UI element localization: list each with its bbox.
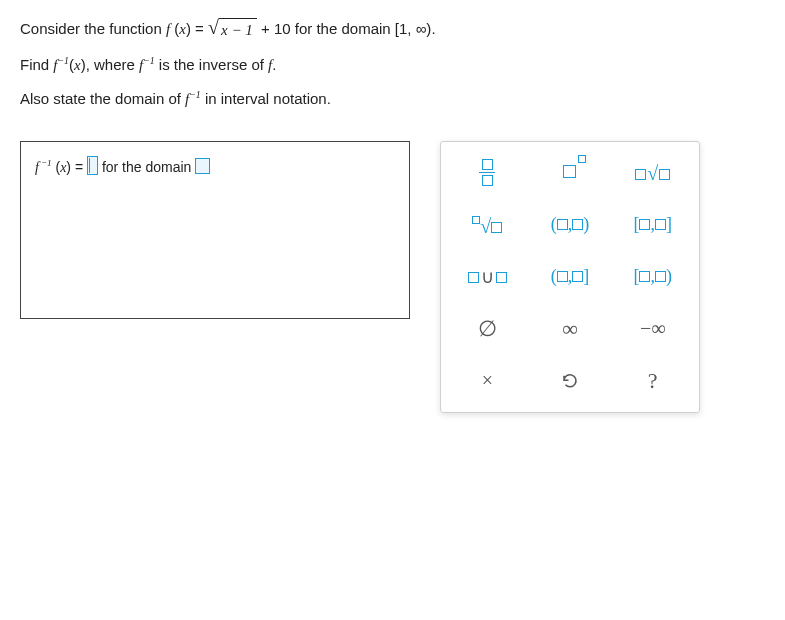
plus-const: + 10 [257, 20, 291, 37]
domain-interval: [1, ∞) [395, 20, 432, 37]
f-inv: f−1 [139, 57, 155, 73]
radicand: x − 1 [219, 18, 257, 42]
f-inv-label: f−1 [35, 160, 52, 175]
sqrt-icon: √ x − 1 [208, 18, 257, 42]
text: in interval notation. [205, 90, 331, 107]
open-open-interval-button[interactable]: (,) [532, 202, 609, 248]
problem-line-3: Also state the domain of f−1 in interval… [20, 88, 765, 111]
coef-sqrt-button[interactable]: √ [614, 150, 691, 196]
expression-input[interactable] [87, 156, 98, 175]
text: Find [20, 56, 53, 73]
nth-root-button[interactable]: √ [449, 202, 526, 248]
reset-button[interactable] [532, 358, 609, 404]
text: is the inverse of [159, 56, 268, 73]
f-inv: f−1 [53, 57, 69, 73]
problem-statement: Consider the function f (x) = √ x − 1 + … [20, 18, 765, 111]
text: Also state the domain of [20, 90, 185, 107]
answer-box[interactable]: f−1 (x) = for the domain [20, 141, 410, 319]
math-f: f [166, 21, 170, 37]
reset-icon [561, 372, 579, 390]
equals: = [195, 20, 208, 37]
infinity-button[interactable]: ∞ [532, 306, 609, 352]
help-button[interactable]: ? [614, 358, 691, 404]
equals: = [75, 159, 87, 175]
for-the-domain-label: for the domain [102, 159, 195, 175]
text: for the domain [295, 20, 395, 37]
closed-closed-interval-button[interactable]: [,] [614, 202, 691, 248]
domain-input[interactable] [195, 158, 210, 174]
union-button[interactable]: ∪ [449, 254, 526, 300]
clear-button[interactable]: × [449, 358, 526, 404]
text: , where [86, 56, 139, 73]
math-palette: √ √ (,) [,] ∪ [440, 141, 700, 413]
text: Consider the function [20, 20, 166, 37]
fraction-button[interactable] [449, 150, 526, 196]
work-area: f−1 (x) = for the domain [20, 141, 765, 413]
problem-line-2: Find f−1(x), where f−1 is the inverse of… [20, 54, 765, 77]
math-x: x [60, 160, 66, 175]
closed-open-interval-button[interactable]: [,) [614, 254, 691, 300]
power-button[interactable] [532, 150, 609, 196]
problem-line-1: Consider the function f (x) = √ x − 1 + … [20, 18, 765, 42]
period: . [431, 20, 435, 37]
open-closed-interval-button[interactable]: (,] [532, 254, 609, 300]
f-inv: f−1 [185, 91, 201, 107]
empty-set-button[interactable]: ∅ [449, 306, 526, 352]
math-x: x [179, 21, 186, 37]
radicand-text: x − 1 [221, 22, 253, 38]
neg-infinity-button[interactable]: −∞ [614, 306, 691, 352]
